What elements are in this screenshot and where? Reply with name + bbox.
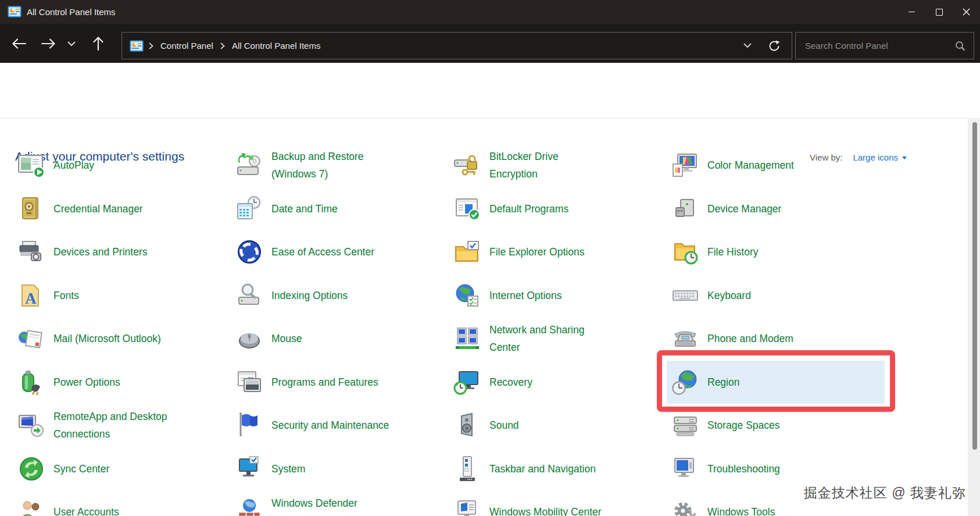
color-management-icon	[671, 151, 699, 179]
indexing-options-icon	[235, 282, 263, 309]
security-maintenance-icon	[235, 411, 263, 439]
control-panel-item-user-accounts[interactable]: User Accounts	[13, 490, 231, 516]
control-panel-item-keyboard[interactable]: Keyboard	[667, 274, 885, 317]
default-programs-icon	[453, 195, 481, 223]
item-label: Network and SharingCenter	[489, 321, 584, 356]
item-label: Security and Maintenance	[271, 417, 389, 434]
mouse-icon	[235, 325, 263, 353]
chevron-down-icon	[67, 41, 76, 47]
control-panel-item-file-explorer-options[interactable]: File Explorer Options	[449, 230, 667, 273]
forward-button[interactable]	[37, 31, 59, 56]
minimize-icon	[909, 12, 915, 12]
control-panel-item-recovery[interactable]: Recovery	[449, 361, 667, 404]
control-panel-item-remoteapp-and-desktop-connections[interactable]: RemoteApp and DesktopConnections	[13, 404, 231, 447]
control-panel-item-system[interactable]: System	[231, 447, 449, 490]
control-panel-item-backup-and-restore-windows-7[interactable]: Backup and Restore(Windows 7)	[231, 144, 449, 187]
item-label: Mail (Microsoft Outlook)	[53, 330, 161, 347]
keyboard-icon	[671, 282, 699, 309]
control-panel-item-fonts[interactable]: AFonts	[13, 274, 231, 317]
item-label: Mouse	[271, 330, 302, 347]
control-panel-item-mouse[interactable]: Mouse	[231, 317, 449, 360]
credential-manager-icon	[17, 195, 45, 223]
item-label: Troubleshooting	[707, 460, 780, 478]
sync-center-icon	[17, 455, 45, 483]
breadcrumb-control-panel[interactable]: Control Panel	[159, 41, 215, 51]
item-label: Credential Manager	[53, 200, 143, 218]
item-label: Keyboard	[707, 287, 751, 304]
item-label: Fonts	[53, 287, 79, 304]
item-label: Windows Mobility Center	[489, 503, 602, 516]
scrollbar-thumb[interactable]	[972, 122, 977, 450]
file-explorer-options-icon	[453, 238, 481, 266]
bitlocker-icon	[453, 151, 481, 179]
sound-icon	[453, 411, 481, 439]
minimize-button[interactable]	[898, 0, 925, 24]
breadcrumb-all-control-panel-items[interactable]: All Control Panel Items	[230, 41, 323, 51]
control-panel-item-indexing-options[interactable]: Indexing Options	[231, 274, 449, 317]
item-label: Windows DefenderFirewall	[271, 494, 357, 516]
windows-tools-icon	[671, 498, 699, 516]
item-label: RemoteApp and DesktopConnections	[53, 408, 167, 443]
control-panel-item-ease-of-access-center[interactable]: Ease of Access Center	[231, 230, 449, 273]
control-panel-item-windows-mobility-center[interactable]: Windows Mobility Center	[449, 490, 667, 516]
control-panel-item-storage-spaces[interactable]: Storage Spaces	[667, 404, 885, 447]
forward-arrow-icon	[41, 37, 56, 50]
search-box[interactable]: Search Control Panel	[795, 32, 974, 59]
control-panel-item-phone-and-modem[interactable]: Phone and Modem	[667, 317, 885, 360]
vertical-scrollbar[interactable]	[968, 119, 980, 516]
item-label: Devices and Printers	[53, 243, 147, 261]
control-panel-item-network-and-sharing-center[interactable]: Network and SharingCenter	[449, 317, 667, 360]
close-button[interactable]	[953, 0, 980, 24]
item-label: Programs and Features	[271, 373, 378, 391]
address-dropdown-button[interactable]	[736, 33, 759, 59]
search-placeholder: Search Control Panel	[805, 33, 888, 59]
control-panel-item-sound[interactable]: Sound	[449, 404, 667, 447]
back-button[interactable]	[8, 31, 30, 56]
control-panel-item-windows-defender-firewall[interactable]: Windows DefenderFirewall	[231, 490, 449, 516]
windows-mobility-icon	[453, 498, 481, 516]
control-panel-item-region[interactable]: Region	[667, 361, 885, 404]
control-panel-item-device-manager[interactable]: Device Manager	[667, 187, 885, 230]
up-arrow-icon	[92, 36, 105, 51]
refresh-button[interactable]	[763, 33, 786, 59]
control-panel-item-credential-manager[interactable]: Credential Manager	[13, 187, 231, 230]
chevron-down-icon	[743, 43, 752, 48]
search-icon[interactable]	[955, 41, 965, 54]
control-panel-item-default-programs[interactable]: Default Programs	[449, 187, 667, 230]
maximize-button[interactable]	[925, 0, 953, 24]
watermark: 掘金技术社区 @ 我妻礼弥	[804, 484, 966, 502]
control-panel-item-date-and-time[interactable]: Date and Time	[231, 187, 449, 230]
control-panel-item-autoplay[interactable]: AutoPlay	[13, 144, 231, 187]
control-panel-item-color-management[interactable]: Color Management	[667, 144, 885, 187]
control-panel-item-mail-microsoft-outlook[interactable]: Mail (Microsoft Outlook)	[13, 317, 231, 360]
troubleshooting-icon	[671, 455, 699, 483]
breadcrumb-chevron-icon	[149, 42, 153, 49]
item-label: Date and Time	[271, 200, 338, 218]
device-manager-icon	[671, 195, 699, 223]
control-panel-item-sync-center[interactable]: Sync Center	[13, 447, 231, 490]
item-label: Recovery	[489, 373, 532, 391]
svg-text:A: A	[25, 290, 37, 307]
date-time-icon	[235, 195, 263, 223]
internet-options-icon	[453, 282, 481, 309]
mail-icon	[17, 325, 45, 353]
refresh-icon	[768, 40, 781, 52]
control-panel-item-bitlocker-drive-encryption[interactable]: BitLocker DriveEncryption	[449, 144, 667, 187]
control-panel-item-power-options[interactable]: Power Options	[13, 361, 231, 404]
control-panel-item-internet-options[interactable]: Internet Options	[449, 274, 667, 317]
control-panel-item-security-and-maintenance[interactable]: Security and Maintenance	[231, 404, 449, 447]
control-panel-item-devices-and-printers[interactable]: Devices and Printers	[13, 230, 231, 273]
control-panel-item-programs-and-features[interactable]: Programs and Features	[231, 361, 449, 404]
address-bar[interactable]: Control Panel All Control Panel Items	[121, 32, 792, 59]
recovery-icon	[453, 368, 481, 396]
up-button[interactable]	[87, 31, 109, 56]
network-sharing-icon	[453, 325, 481, 353]
control-panel-item-taskbar-and-navigation[interactable]: Taskbar and Navigation	[449, 447, 667, 490]
item-label: Indexing Options	[271, 287, 348, 304]
item-label: Taskbar and Navigation	[489, 460, 596, 478]
maximize-icon	[936, 9, 943, 16]
control-panel-item-file-history[interactable]: File History	[667, 230, 885, 273]
file-history-icon	[671, 238, 699, 266]
item-label: Ease of Access Center	[271, 243, 374, 261]
recent-pages-button[interactable]	[63, 31, 80, 56]
